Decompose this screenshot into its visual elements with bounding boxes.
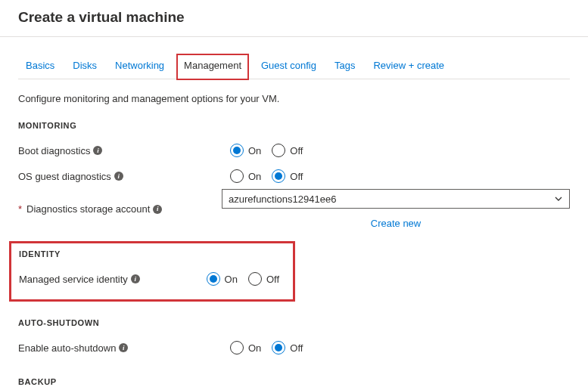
info-icon[interactable]: i [131, 274, 140, 283]
tab-guest-config[interactable]: Guest config [260, 55, 318, 79]
diagnostics-storage-label: Diagnostics storage account [26, 203, 150, 215]
page-title: Create a virtual machine [0, 0, 588, 37]
msi-on-radio[interactable]: On [207, 272, 238, 286]
row-diagnostics-storage: * Diagnostics storage account i azurefun… [18, 189, 570, 229]
section-autoshutdown-header: AUTO-SHUTDOWN [18, 318, 570, 327]
section-backup-header: BACKUP [18, 377, 570, 386]
diagnostics-storage-value: azurefunctions12941ee6 [229, 194, 336, 205]
section-monitoring-header: MONITORING [18, 121, 570, 130]
diagnostics-storage-select[interactable]: azurefunctions12941ee6 [222, 189, 570, 209]
tab-management[interactable]: Management [176, 54, 249, 80]
boot-diagnostics-off-radio[interactable]: Off [272, 144, 303, 157]
os-guest-diagnostics-label: OS guest diagnostics [18, 171, 111, 182]
create-new-link[interactable]: Create new [371, 218, 421, 229]
radio-off-label: Off [290, 171, 303, 182]
required-asterisk: * [18, 203, 22, 215]
chevron-down-icon [554, 194, 563, 203]
autoshutdown-off-radio[interactable]: Off [272, 341, 303, 354]
tab-review-create[interactable]: Review + create [372, 55, 446, 79]
identity-highlight-box: IDENTITY Managed service identity i On O… [9, 241, 295, 302]
row-managed-service-identity: Managed service identity i On Off [19, 266, 285, 292]
radio-on-label: On [225, 274, 238, 285]
radio-off-label: Off [266, 274, 279, 285]
radio-on-label: On [248, 171, 261, 182]
row-enable-autoshutdown: Enable auto-shutdown i On Off [18, 335, 570, 361]
info-icon[interactable]: i [153, 205, 162, 214]
tab-disks[interactable]: Disks [71, 55, 98, 79]
row-os-guest-diagnostics: OS guest diagnostics i On Off [18, 163, 570, 189]
radio-off-label: Off [290, 342, 303, 354]
tab-description: Configure monitoring and management opti… [18, 93, 570, 104]
tab-networking[interactable]: Networking [114, 55, 166, 79]
tab-tags[interactable]: Tags [333, 55, 356, 79]
section-identity-header: IDENTITY [19, 249, 285, 259]
radio-on-label: On [248, 145, 261, 156]
info-icon[interactable]: i [114, 172, 123, 181]
os-guest-on-radio[interactable]: On [230, 169, 261, 183]
row-boot-diagnostics: Boot diagnostics i On Off [18, 138, 570, 163]
msi-off-radio[interactable]: Off [248, 272, 279, 286]
tab-bar: Basics Disks Networking Management Guest… [18, 55, 570, 79]
autoshutdown-on-radio[interactable]: On [230, 341, 261, 354]
info-icon[interactable]: i [119, 343, 128, 352]
radio-off-label: Off [290, 145, 303, 156]
os-guest-off-radio[interactable]: Off [272, 169, 303, 183]
tab-basics[interactable]: Basics [24, 55, 56, 79]
managed-service-identity-label: Managed service identity [19, 274, 128, 285]
radio-on-label: On [248, 342, 261, 354]
enable-autoshutdown-label: Enable auto-shutdown [18, 342, 116, 354]
boot-diagnostics-label: Boot diagnostics [18, 145, 90, 156]
boot-diagnostics-on-radio[interactable]: On [230, 144, 261, 157]
info-icon[interactable]: i [93, 146, 102, 155]
